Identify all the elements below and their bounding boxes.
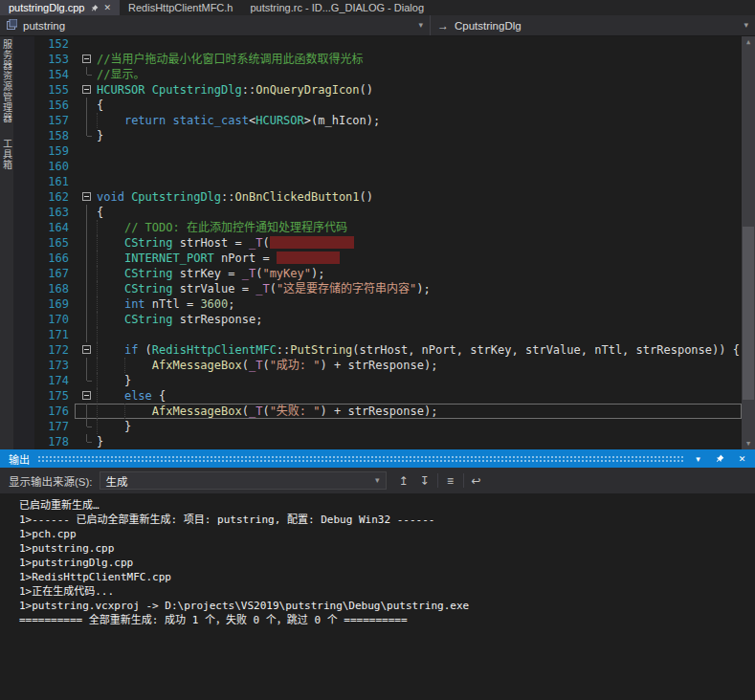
code-text[interactable]: } [94,434,742,449]
code-line[interactable]: 178} [13,434,742,449]
code-text[interactable] [94,159,742,174]
code-line[interactable]: 167 CString strKey = _T("myKey"); [13,266,742,281]
code-line[interactable]: 175 else { [13,388,742,404]
line-number[interactable]: 178 [34,434,75,449]
editor-vertical-scrollbar[interactable]: ▲ ▼ [742,36,755,449]
line-number[interactable]: 162 [34,189,75,205]
code-text[interactable]: CString strHost = _T( [94,235,742,251]
line-number[interactable]: 156 [34,98,75,113]
line-number[interactable]: 157 [34,113,75,128]
document-tab[interactable]: RedisHttpClientMFC.h [120,0,241,15]
code-text[interactable]: AfxMessageBox(_T("失败: ") + strResponse); [94,404,742,419]
output-text-area[interactable]: 已启动重新生成…1>------ 已启动全部重新生成: 项目: putstrin… [0,493,755,700]
line-number[interactable]: 174 [34,373,75,388]
breakpoint-margin[interactable] [13,388,34,404]
code-text[interactable]: // TODO: 在此添加控件通知处理程序代码 [94,220,742,235]
code-line[interactable]: 158} [13,128,742,143]
breakpoint-margin[interactable] [13,266,34,281]
code-line[interactable]: 153//当用户拖动最小化窗口时系统调用此函数取得光标 [13,52,742,67]
code-line[interactable]: 161 [13,174,742,189]
sidebar-tab-server-explorer[interactable]: 服务器资源管理器 [0,39,14,123]
code-text[interactable]: int nTtl = 3600; [94,296,742,312]
code-text[interactable]: //显示。 [94,67,742,82]
code-text[interactable]: HCURSOR CputstringDlg::OnQueryDragIcon() [94,82,742,98]
code-text[interactable] [94,327,742,342]
code-text[interactable]: } [94,373,742,388]
code-text[interactable] [94,143,742,159]
breakpoint-margin[interactable] [13,404,34,419]
breakpoint-margin[interactable] [13,128,34,143]
line-number[interactable]: 175 [34,388,75,404]
breakpoint-margin[interactable] [13,205,34,220]
window-menu-chevron-icon[interactable]: ▾ [691,451,705,466]
code-line[interactable]: 162void CputstringDlg::OnBnClickedButton… [13,189,742,205]
breakpoint-margin[interactable] [13,373,34,388]
fold-collapse-icon[interactable] [80,189,94,205]
scrollbar-thumb[interactable] [743,227,754,400]
output-title-bar[interactable]: 输出 ▾ ✕ [0,449,755,468]
code-editor[interactable]: 152153//当用户拖动最小化窗口时系统调用此函数取得光标154//显示。15… [13,36,755,449]
breakpoint-margin[interactable] [13,36,34,52]
code-text[interactable]: AfxMessageBox(_T("成功: ") + strResponse); [94,358,742,373]
line-number[interactable]: 165 [34,235,75,251]
code-text[interactable]: if (RedisHttpClientMFC::PutString(strHos… [94,342,742,358]
close-icon[interactable]: ✕ [735,451,749,466]
code-text[interactable]: void CputstringDlg::OnBnClickedButton1() [94,189,742,205]
close-icon[interactable]: ✕ [104,4,112,12]
scope-dropdown[interactable]: → CputstringDlg ▾ [431,15,755,35]
code-text[interactable]: //当用户拖动最小化窗口时系统调用此函数取得光标 [94,52,742,67]
fold-collapse-icon[interactable] [80,52,94,67]
code-line[interactable]: 155HCURSOR CputstringDlg::OnQueryDragIco… [13,82,742,98]
code-line[interactable]: 170 CString strResponse; [13,312,742,327]
document-tab[interactable]: putstring.rc - ID...G_DIALOG - Dialog [241,0,433,15]
toggle-word-wrap-icon[interactable]: ↩ [466,471,487,491]
breakpoint-margin[interactable] [13,159,34,174]
code-line[interactable]: 173 AfxMessageBox(_T("成功: ") + strRespon… [13,358,742,373]
scroll-down-arrow-icon[interactable]: ▼ [742,438,755,449]
code-line[interactable]: 176 AfxMessageBox(_T("失败: ") + strRespon… [13,404,742,419]
code-line[interactable]: 177 } [13,419,742,434]
breakpoint-margin[interactable] [13,220,34,235]
code-line[interactable]: 152 [13,36,742,52]
breakpoint-margin[interactable] [13,327,34,342]
code-line[interactable]: 171 [13,327,742,342]
line-number[interactable]: 168 [34,281,75,296]
line-number[interactable]: 166 [34,251,75,266]
line-number[interactable]: 164 [34,220,75,235]
line-number[interactable]: 172 [34,342,75,358]
breakpoint-margin[interactable] [13,296,34,312]
code-line[interactable]: 157 return static_cast<HCURSOR>(m_hIcon)… [13,113,742,128]
code-line[interactable]: 164 // TODO: 在此添加控件通知处理程序代码 [13,220,742,235]
breakpoint-margin[interactable] [13,342,34,358]
document-tab[interactable]: putstringDlg.cpp✕ [0,0,120,15]
line-number[interactable]: 158 [34,128,75,143]
breakpoint-margin[interactable] [13,419,34,434]
line-number[interactable]: 153 [34,52,75,67]
code-line[interactable]: 159 [13,143,742,159]
code-text[interactable] [94,36,742,52]
breakpoint-margin[interactable] [13,174,34,189]
code-line[interactable]: 156{ [13,98,742,113]
fold-collapse-icon[interactable] [80,342,94,358]
output-source-dropdown[interactable]: 生成 ▾ [100,471,387,490]
line-number[interactable]: 154 [34,67,75,82]
scroll-up-arrow-icon[interactable]: ▲ [742,36,755,48]
code-line[interactable]: 165 CString strHost = _T( [13,235,742,251]
code-text[interactable]: { [94,98,742,113]
line-number[interactable]: 163 [34,205,75,220]
breakpoint-margin[interactable] [13,235,34,251]
code-line[interactable]: 160 [13,159,742,174]
code-text[interactable]: INTERNET_PORT nPort = [94,251,742,266]
goto-previous-message-icon[interactable]: ↥ [393,471,414,491]
code-line[interactable]: 163{ [13,205,742,220]
code-line[interactable]: 154//显示。 [13,67,742,82]
code-text[interactable]: CString strValue = _T("这是要存储的字符串内容"); [94,281,742,296]
code-text[interactable]: CString strResponse; [94,312,742,327]
code-text[interactable]: else { [94,388,742,404]
code-text[interactable]: CString strKey = _T("myKey"); [94,266,742,281]
line-number[interactable]: 173 [34,358,75,373]
line-number[interactable]: 170 [34,312,75,327]
sidebar-tab-toolbox[interactable]: 工具箱 [0,139,14,170]
breakpoint-margin[interactable] [13,189,34,205]
fold-collapse-icon[interactable] [80,388,94,404]
